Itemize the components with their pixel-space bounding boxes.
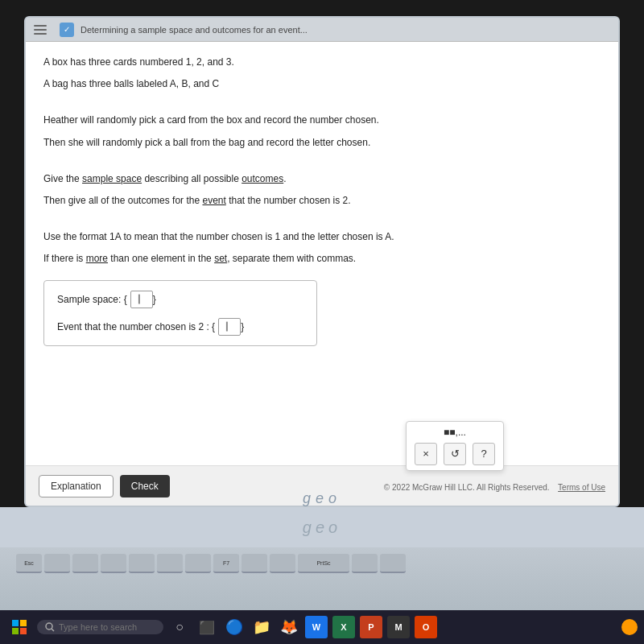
key-row-1: Esc F7 PrtSc — [16, 554, 628, 573]
taskbar-right — [621, 619, 638, 635]
notification-icon[interactable] — [621, 619, 638, 635]
key-f5[interactable] — [157, 554, 183, 573]
taskbar-office-icon[interactable]: O — [415, 616, 437, 638]
key-f6[interactable] — [185, 554, 211, 573]
input-area: Sample space: { ▎ } Event that the numbe… — [43, 280, 317, 346]
browser-header: ✓ Determining a sample space and outcome… — [26, 18, 618, 42]
event-row: Event that the number chosen is 2 : { ▎ … — [57, 318, 303, 336]
page-title: Determining a sample space and outcomes … — [80, 25, 308, 35]
copyright-text: © 2022 McGraw Hill LLC. All Rights Reser… — [384, 483, 550, 492]
key-f1[interactable] — [44, 554, 70, 573]
key-extra1[interactable] — [352, 554, 378, 573]
taskbar-app1-icon[interactable]: W — [305, 616, 328, 638]
taskbar-firefox-icon[interactable]: 🦊 — [278, 616, 300, 638]
math-btn-help[interactable]: ? — [473, 443, 495, 465]
svg-point-4 — [46, 623, 52, 630]
sample-space-label: Sample space: { — [57, 294, 127, 305]
check-button[interactable]: Check — [120, 475, 170, 497]
taskbar-app2-icon[interactable]: M — [387, 616, 410, 638]
search-icon — [45, 622, 55, 632]
svg-rect-0 — [12, 620, 19, 626]
svg-rect-1 — [20, 620, 27, 626]
taskbar-circle-icon[interactable]: ○ — [168, 616, 191, 638]
laptop-screen: ✓ Determining a sample space and outcome… — [24, 16, 620, 507]
key-f2[interactable] — [72, 554, 98, 573]
svg-line-5 — [52, 629, 54, 631]
key-f7[interactable]: F7 — [213, 554, 239, 573]
key-f9[interactable] — [270, 554, 295, 573]
math-toolbar: ■■,... × ↺ ? — [406, 421, 504, 471]
geo-label: geo — [303, 490, 341, 507]
terms-link[interactable]: Terms of Use — [558, 483, 605, 492]
instruction2: Then give all of the outcomes for the ev… — [43, 193, 601, 208]
geo-watermark: geo — [303, 518, 341, 537]
copyright-area: © 2022 McGraw Hill LLC. All Rights Reser… — [384, 479, 605, 493]
separator-note: If there is more than one element in the… — [43, 251, 601, 266]
explanation-button[interactable]: Explanation — [39, 475, 114, 497]
problem-line2: A bag has three balls labeled A, B, and … — [43, 76, 601, 92]
key-esc[interactable]: Esc — [16, 554, 42, 573]
taskbar-powerpoint-icon[interactable]: P — [360, 616, 382, 638]
action-buttons: Explanation Check — [39, 475, 170, 497]
taskbar-edge-icon[interactable]: 🔵 — [223, 616, 246, 638]
key-extra2[interactable] — [380, 554, 406, 573]
checkmark-badge: ✓ — [60, 23, 74, 37]
taskbar-widgets-icon[interactable]: ⬛ — [196, 616, 218, 638]
math-btn-undo[interactable]: ↺ — [444, 443, 466, 465]
taskbar-excel-icon[interactable]: X — [332, 616, 355, 638]
event-close: } — [241, 321, 244, 332]
main-content: A box has three cards numbered 1, 2, and… — [26, 42, 618, 465]
svg-rect-3 — [20, 628, 27, 634]
key-f4[interactable] — [129, 554, 155, 573]
key-prtsc[interactable]: PrtSc — [298, 554, 349, 573]
sample-space-input[interactable]: ▎ — [130, 291, 153, 308]
problem-line3: Heather will randomly pick a card from t… — [43, 113, 601, 128]
math-toolbar-buttons: × ↺ ? — [415, 443, 495, 465]
key-f3[interactable] — [101, 554, 126, 573]
event-input[interactable]: ▎ — [218, 318, 241, 336]
instruction1: Give the sample space describing all pos… — [43, 171, 601, 187]
key-f8[interactable] — [242, 554, 267, 573]
math-btn-x[interactable]: × — [415, 443, 437, 465]
taskbar-search-input[interactable] — [59, 622, 155, 632]
laptop-bezel: geo — [0, 507, 644, 547]
svg-rect-2 — [12, 628, 19, 634]
event-label: Event that the number chosen is 2 : { — [57, 321, 215, 332]
windows-logo-icon — [12, 620, 27, 634]
problem-line1: A box has three cards numbered 1, 2, and… — [43, 55, 601, 70]
math-toolbar-label: ■■,... — [415, 427, 495, 438]
problem-line4: Then she will randomly pick a ball from … — [43, 135, 601, 151]
format-note: Use the format 1A to mean that the numbe… — [43, 229, 601, 245]
start-button[interactable] — [6, 614, 32, 640]
taskbar-search[interactable] — [37, 620, 163, 634]
taskbar-files-icon[interactable]: 📁 — [250, 616, 273, 638]
sample-space-row: Sample space: { ▎ } — [57, 291, 303, 308]
menu-icon[interactable] — [34, 25, 47, 35]
taskbar: ○ ⬛ 🔵 📁 🦊 W X P M O — [0, 610, 644, 644]
sample-space-close: } — [153, 294, 156, 305]
